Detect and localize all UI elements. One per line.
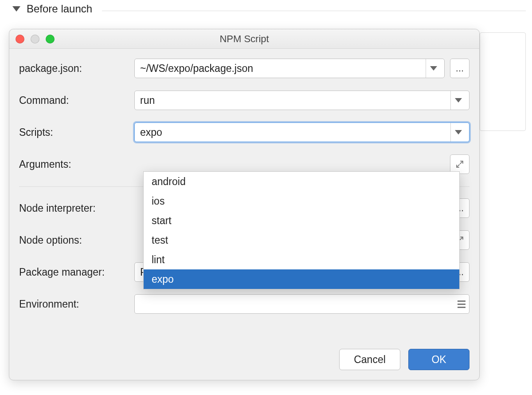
scripts-option-android[interactable]: android (144, 172, 459, 191)
scripts-option-expo[interactable]: expo (144, 269, 459, 289)
row-environment: Environment: (19, 294, 469, 314)
environment-list-icon[interactable] (458, 300, 466, 308)
scripts-option-ios[interactable]: ios (144, 191, 459, 211)
window-controls (16, 35, 55, 43)
chevron-down-icon (426, 59, 441, 78)
disclosure-triangle-icon (12, 6, 20, 12)
ok-button[interactable]: OK (408, 349, 469, 370)
dialog-titlebar: NPM Script (9, 29, 479, 49)
scripts-combo[interactable]: expo (134, 122, 469, 142)
scripts-option-lint[interactable]: lint (144, 250, 459, 269)
chevron-down-icon (450, 91, 466, 110)
npm-script-dialog: NPM Script package.json: ~/WS/expo/packa… (9, 29, 480, 380)
label-node-options: Node options: (19, 234, 134, 246)
environment-input[interactable] (134, 294, 469, 314)
label-command: Command: (19, 95, 134, 107)
browse-package-json-button[interactable]: ... (450, 59, 469, 78)
scripts-option-start[interactable]: start (144, 211, 459, 230)
label-arguments: Arguments: (19, 158, 134, 170)
row-command: Command: run (19, 91, 469, 110)
row-scripts: Scripts: expo (19, 122, 469, 142)
maximize-window-button[interactable] (46, 35, 55, 43)
label-node-interpreter: Node interpreter: (19, 202, 134, 214)
dialog-title: NPM Script (9, 29, 479, 49)
before-launch-section[interactable]: Before launch (12, 3, 92, 15)
command-combo[interactable]: run (134, 91, 469, 110)
section-divider (102, 11, 526, 11)
minimize-window-button[interactable] (31, 35, 39, 43)
package-json-value: ~/WS/expo/package.json (140, 63, 426, 75)
expand-icon (455, 160, 464, 169)
ellipsis-icon: ... (456, 63, 464, 74)
background-panel (480, 32, 526, 131)
scripts-dropdown: android ios start test lint expo (143, 171, 460, 289)
command-value: run (140, 95, 450, 107)
close-window-button[interactable] (16, 35, 24, 43)
row-package-json: package.json: ~/WS/expo/package.json ... (19, 59, 469, 78)
cancel-button[interactable]: Cancel (339, 349, 400, 370)
label-package-manager: Package manager: (19, 266, 134, 278)
label-environment: Environment: (19, 298, 134, 310)
label-package-json: package.json: (19, 63, 134, 75)
package-json-combo[interactable]: ~/WS/expo/package.json (134, 59, 445, 78)
scripts-option-test[interactable]: test (144, 230, 459, 250)
chevron-down-icon (450, 123, 466, 142)
dialog-footer: Cancel OK (339, 349, 469, 370)
label-scripts: Scripts: (19, 126, 134, 138)
before-launch-label: Before launch (27, 3, 92, 15)
scripts-value: expo (140, 126, 450, 138)
